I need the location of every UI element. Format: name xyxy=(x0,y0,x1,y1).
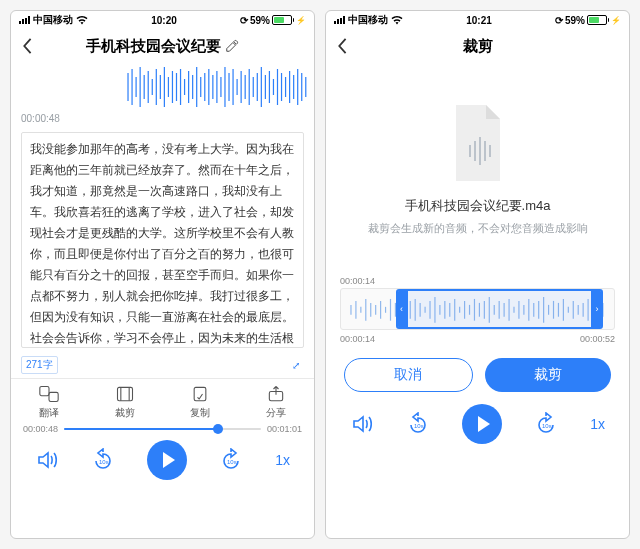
status-time: 10:20 xyxy=(88,15,240,26)
rotation-lock-icon: ⟳ xyxy=(555,15,563,26)
cancel-button[interactable]: 取消 xyxy=(344,358,473,392)
trim-button[interactable]: 裁剪 xyxy=(115,385,135,420)
player-controls: 10s 10s 1x xyxy=(11,434,314,488)
volume-button[interactable] xyxy=(350,412,374,436)
copy-icon xyxy=(190,385,210,403)
edit-icon[interactable] xyxy=(225,39,239,53)
translate-label: 翻译 xyxy=(39,406,59,420)
signal-icon xyxy=(19,16,30,24)
carrier-label: 中国移动 xyxy=(348,13,388,27)
rewind-10-button[interactable]: 10s xyxy=(406,412,430,436)
trim-handle-left[interactable]: ‹ xyxy=(396,291,408,327)
speed-button[interactable]: 1x xyxy=(590,416,605,432)
battery-percent: 59% xyxy=(565,15,585,26)
signal-icon xyxy=(334,16,345,24)
carrier-label: 中国移动 xyxy=(33,13,73,27)
waveform-icon xyxy=(126,63,308,111)
battery-icon xyxy=(587,15,609,25)
forward-10-button[interactable]: 10s xyxy=(219,448,243,472)
charging-icon: ⚡ xyxy=(611,16,621,25)
status-bar: 中国移动 10:21 ⟳ 59% ⚡ xyxy=(326,11,629,29)
back-button[interactable] xyxy=(21,37,33,55)
expand-button[interactable]: ⤢ xyxy=(288,357,304,373)
svg-text:10s: 10s xyxy=(227,459,237,465)
playback-timeline[interactable]: 00:00:48 00:01:01 xyxy=(11,424,314,434)
svg-rect-46 xyxy=(49,392,58,401)
forward-10-button[interactable]: 10s xyxy=(534,412,558,436)
status-bar: 中国移动 10:20 ⟳ 59% ⚡ xyxy=(11,11,314,29)
svg-text:10s: 10s xyxy=(414,423,424,429)
trim-screen: 中国移动 10:21 ⟳ 59% ⚡ 裁剪 手机科技园会议纪要.m4a 裁剪会生… xyxy=(325,10,630,539)
waveform-time: 00:00:48 xyxy=(11,111,314,126)
rotation-lock-icon: ⟳ xyxy=(240,15,248,26)
svg-text:10s: 10s xyxy=(99,459,109,465)
battery-icon xyxy=(272,15,294,25)
svg-rect-47 xyxy=(117,387,132,400)
transcript-screen: 中国移动 10:20 ⟳ 59% ⚡ 手机科技园会议纪要 00:00:48 我没… xyxy=(10,10,315,539)
transcript-text[interactable]: 我没能参加那年的高考，没有考上大学。因为我在距离他的三年前就已经放弃了。然而在十… xyxy=(21,132,304,348)
share-button[interactable]: 分享 xyxy=(266,385,286,420)
waveform-area[interactable] xyxy=(11,63,314,111)
timeline-knob[interactable] xyxy=(213,424,223,434)
trim-label: 裁剪 xyxy=(115,406,135,420)
volume-button[interactable] xyxy=(35,448,59,472)
charging-icon: ⚡ xyxy=(296,16,306,25)
action-bar: 翻译 裁剪 复制 分享 xyxy=(11,378,314,424)
play-icon xyxy=(163,452,175,468)
trim-start-time: 00:00:14 xyxy=(340,334,375,344)
rewind-10-button[interactable]: 10s xyxy=(91,448,115,472)
page-title: 裁剪 xyxy=(463,37,493,56)
trim-track[interactable]: ‹ › xyxy=(340,288,615,330)
wifi-icon xyxy=(391,15,403,25)
selection-time: 00:00:14 xyxy=(340,276,615,286)
play-button[interactable] xyxy=(147,440,187,480)
timeline-current: 00:00:48 xyxy=(23,424,58,434)
svg-text:10s: 10s xyxy=(542,423,552,429)
player-controls: 10s 10s 1x xyxy=(326,398,629,452)
play-icon xyxy=(478,416,490,432)
nav-bar: 手机科技园会议纪要 xyxy=(11,29,314,63)
share-label: 分享 xyxy=(266,406,286,420)
timeline-total: 00:01:01 xyxy=(267,424,302,434)
confirm-trim-button[interactable]: 裁剪 xyxy=(485,358,612,392)
svg-rect-45 xyxy=(40,387,49,396)
wifi-icon xyxy=(76,15,88,25)
word-count-badge: 271字 xyxy=(21,356,58,374)
speed-button[interactable]: 1x xyxy=(275,452,290,468)
page-title: 手机科技园会议纪要 xyxy=(86,37,221,56)
translate-icon xyxy=(39,385,59,403)
filename-label: 手机科技园会议纪要.m4a xyxy=(405,197,551,215)
trim-icon xyxy=(115,385,135,403)
battery-percent: 59% xyxy=(250,15,270,26)
file-icon xyxy=(446,103,510,183)
back-button[interactable] xyxy=(336,37,348,55)
trim-selection[interactable]: ‹ › xyxy=(396,289,604,329)
copy-button[interactable]: 复制 xyxy=(190,385,210,420)
copy-label: 复制 xyxy=(190,406,210,420)
nav-bar: 裁剪 xyxy=(326,29,629,63)
trim-handle-right[interactable]: › xyxy=(591,291,603,327)
share-icon xyxy=(266,385,286,403)
translate-button[interactable]: 翻译 xyxy=(39,385,59,420)
play-button[interactable] xyxy=(462,404,502,444)
trim-hint: 裁剪会生成新的音频，不会对您音频造成影响 xyxy=(368,221,588,236)
trim-end-time: 00:00:52 xyxy=(580,334,615,344)
status-time: 10:21 xyxy=(403,15,555,26)
